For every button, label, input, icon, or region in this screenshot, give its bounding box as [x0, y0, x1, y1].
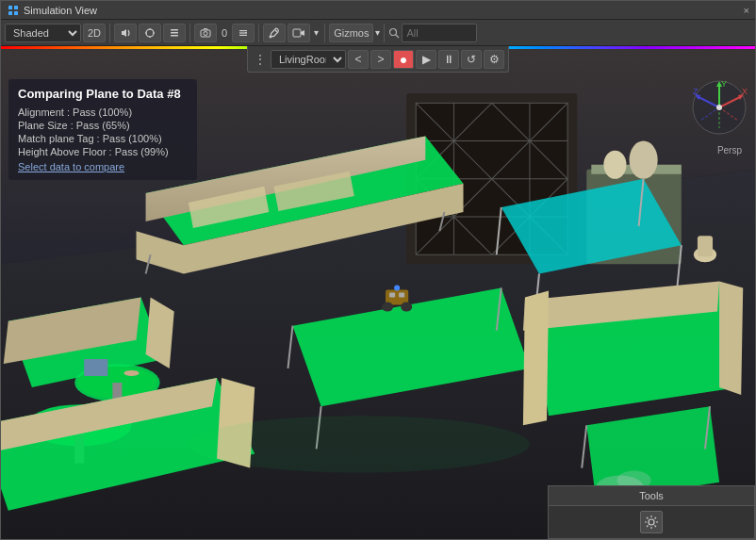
bottom-panel: Tools	[548, 485, 755, 539]
svg-point-4	[146, 29, 154, 37]
svg-point-21	[390, 28, 397, 35]
svg-rect-16	[239, 34, 247, 35]
tools-button[interactable]	[263, 24, 286, 42]
effects-button[interactable]	[163, 24, 186, 42]
svg-line-22	[396, 34, 400, 38]
svg-point-13	[204, 31, 207, 35]
info-row-2: Match plane Tag : Pass (100%)	[18, 133, 188, 144]
info-panel: Comparing Plane to Data #8 Alignment : P…	[8, 79, 197, 180]
tools-header: Tools	[548, 485, 755, 505]
info-title: Comparing Plane to Data #8	[18, 87, 188, 101]
svg-rect-0	[8, 6, 12, 9]
menu-dots[interactable]: ⋮	[252, 52, 269, 67]
settings-button[interactable]: ⚙	[484, 50, 504, 69]
svg-marker-82	[523, 290, 549, 425]
svg-rect-3	[14, 11, 18, 15]
svg-rect-62	[84, 359, 107, 376]
persp-label: Persp	[717, 145, 742, 155]
svg-rect-2	[8, 11, 12, 15]
svg-text:Y: Y	[721, 79, 727, 89]
info-row-3: Height Above Floor : Pass (99%)	[18, 146, 188, 157]
svg-rect-9	[171, 32, 178, 34]
compass-gizmo: Y X Z	[691, 79, 748, 145]
shading-select[interactable]: Shaded Wireframe	[5, 24, 81, 42]
svg-text:Z: Z	[693, 87, 698, 96]
svg-point-76	[401, 303, 412, 312]
gizmos-label: Gizmos	[334, 27, 369, 39]
info-row-1: Plane Size : Pass (65%)	[18, 120, 188, 131]
svg-point-105	[716, 105, 722, 110]
overlay-dropdown-button[interactable]	[232, 24, 255, 42]
svg-point-42	[630, 141, 658, 179]
svg-rect-14	[239, 30, 247, 31]
svg-marker-83	[719, 281, 743, 395]
video-button[interactable]	[288, 24, 310, 42]
svg-point-79	[394, 285, 400, 290]
svg-rect-19	[293, 29, 301, 37]
play-button[interactable]: ▶	[416, 50, 436, 69]
tools-settings-button[interactable]	[640, 511, 663, 533]
step-button[interactable]: ↺	[461, 50, 482, 69]
svg-text:X: X	[742, 87, 748, 96]
gizmos-button[interactable]: Gizmos	[329, 24, 373, 42]
info-row-0: Alignment : Pass (100%)	[18, 106, 188, 118]
svg-rect-78	[399, 293, 404, 298]
svg-rect-88	[698, 236, 713, 256]
audio-button[interactable]	[114, 24, 137, 42]
close-button[interactable]: ×	[744, 5, 749, 16]
window-title: Simulation View	[24, 5, 97, 16]
pause-button[interactable]: ⏸	[438, 50, 459, 69]
search-input[interactable]	[402, 24, 477, 42]
divider-5	[384, 24, 385, 42]
camera-button[interactable]	[194, 24, 217, 42]
svg-point-75	[382, 303, 393, 312]
main-toolbar: Shaded Wireframe 2D	[1, 20, 755, 46]
svg-rect-10	[171, 29, 178, 31]
svg-point-106	[649, 519, 654, 525]
svg-marker-20	[301, 30, 304, 36]
compass-svg: Y X Z	[691, 79, 748, 136]
select-data-link[interactable]: Select data to compare	[18, 161, 188, 172]
record-button[interactable]: ●	[393, 50, 414, 69]
2d-button[interactable]: 2D	[83, 24, 106, 42]
svg-point-89	[189, 416, 530, 472]
svg-rect-77	[389, 293, 395, 298]
simulation-window: Simulation View × Shaded Wireframe 2D	[0, 0, 756, 540]
play-toolbar: ⋮ LivingRoom_1 < > ● ▶ ⏸ ↺ ⚙	[247, 46, 509, 73]
divider-4	[324, 24, 325, 42]
search-icon	[388, 27, 400, 39]
divider-1	[109, 24, 110, 42]
tools-body	[548, 505, 755, 539]
svg-rect-11	[171, 35, 178, 37]
title-bar: Simulation View ×	[1, 1, 755, 20]
divider-3	[258, 24, 259, 42]
svg-rect-1	[14, 6, 18, 9]
viewport[interactable]: ⋮ LivingRoom_1 < > ● ▶ ⏸ ↺ ⚙ Comparing P…	[1, 46, 755, 539]
overlay-count: 0	[219, 27, 230, 39]
next-button[interactable]: >	[370, 50, 391, 69]
scene-select[interactable]: LivingRoom_1	[271, 50, 346, 69]
svg-line-18	[275, 30, 277, 32]
prev-button[interactable]: <	[348, 50, 369, 69]
render-button[interactable]	[139, 24, 161, 42]
gear-icon	[644, 515, 659, 530]
svg-point-63	[123, 370, 139, 376]
window-icon	[7, 4, 20, 17]
svg-point-43	[603, 151, 626, 179]
divider-2	[189, 24, 190, 42]
